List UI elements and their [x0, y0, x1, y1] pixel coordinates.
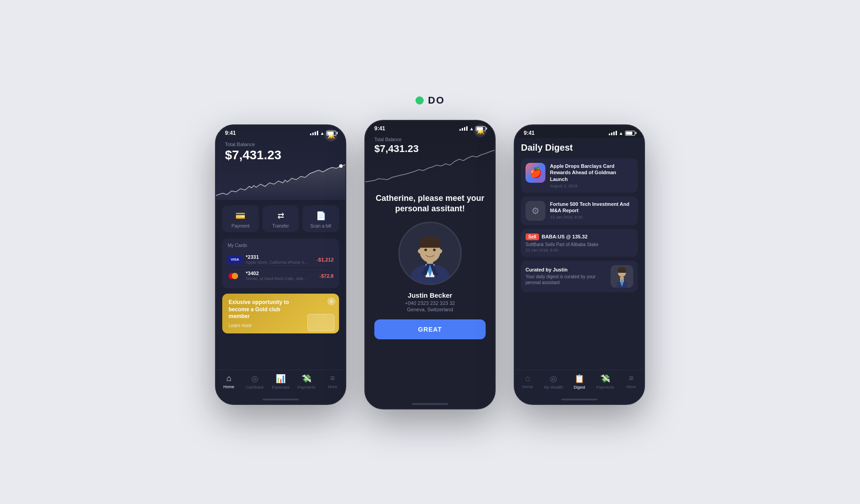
nav-payments-1[interactable]: 💸 Payments [294, 374, 320, 390]
wifi-icon-3: ▲ [619, 131, 623, 136]
sb2-3 [611, 133, 612, 135]
nav-cashback-label-1: Cashback [246, 385, 264, 390]
phones-container: 9:41 ▲ Total Balance [215, 120, 645, 409]
more-icon-1: ≡ [330, 374, 335, 383]
digest-title-2: Fortune 500 Tech Investment And M&A Repo… [550, 201, 633, 214]
nav-wealth-label-3: My Wealth [544, 385, 563, 390]
nav-more-3[interactable]: ≡ More [618, 374, 644, 390]
cashback-icon-1: ◎ [251, 374, 258, 384]
payment-label: Payment [232, 223, 249, 228]
digest-card-2[interactable]: ⚙ Fortune 500 Tech Investment And M&A Re… [521, 196, 638, 225]
balance-chart [216, 164, 345, 200]
signal-bar-4 [317, 131, 318, 135]
nav-cashback-1[interactable]: ◎ Cashback [242, 374, 268, 390]
great-button[interactable]: GREAT [374, 319, 486, 339]
sell-date: 23 Jan 2018, 8:30 [526, 248, 633, 252]
sell-header: Sell BABA:US @ 135.32 [526, 233, 633, 240]
battery-fill [327, 132, 334, 135]
gold-close-button[interactable]: ✕ [327, 297, 335, 305]
nav-expenses-1[interactable]: 📊 Expenses [268, 374, 293, 390]
svg-rect-19 [618, 270, 626, 273]
balance-label-1: Total Balance [225, 142, 336, 147]
time-3: 9:41 [524, 130, 535, 136]
digest-date-1: August 2, 2019 [550, 184, 633, 188]
scan-bill-button[interactable]: 📄 Scan a bill [302, 205, 339, 232]
card-info-2: *3402 Dinner, at Hard Rock Cafe, Jefe... [246, 271, 316, 281]
scan-label: Scan a bill [311, 223, 331, 228]
chart-area-1 [216, 164, 345, 200]
doc-icon: ⚙ [526, 201, 545, 221]
signal-icon-2 [459, 126, 468, 131]
assistant-location: Geneva, Switzerland [407, 307, 453, 312]
nav-more-label-1: More [328, 385, 337, 389]
assistant-greeting: Catherine, please meet your personal ass… [374, 193, 486, 214]
gold-banner: Exlusive opportunity to become a Gold cl… [222, 294, 339, 333]
payment-button[interactable]: 💳 Payment [222, 205, 259, 232]
phone2-body: Catherine, please meet your personal ass… [365, 184, 495, 399]
side-button-right [345, 175, 346, 200]
nav-home-3[interactable]: ⌂ Home [515, 374, 540, 390]
balance-label-2: Total Balance [374, 137, 486, 142]
transfer-button[interactable]: ⇄ Transfer [263, 205, 299, 232]
curated-content: Curated by Justin Your daily digest is c… [526, 267, 606, 285]
card-info-1: *2331 Apple Store, California iPhone X..… [246, 254, 313, 265]
home-icon-3: ⌂ [525, 374, 530, 383]
my-cards-section: My Cards VISA *2331 Apple Store, Califor… [222, 238, 339, 288]
signal-bar-2 [312, 133, 314, 135]
card-number-1: *2331 [246, 254, 313, 260]
svg-point-10 [425, 248, 427, 251]
payment-icon: 💳 [235, 211, 245, 221]
nav-payments-3[interactable]: 💸 Payments [592, 374, 618, 390]
digest-card-1[interactable]: 🍎 Apple Drops Barclays Card Rewards Ahea… [521, 158, 638, 193]
card-row-visa[interactable]: VISA *2331 Apple Store, California iPhon… [228, 252, 334, 267]
sell-card[interactable]: Sell BABA:US @ 135.32 SoftBank Sells Par… [521, 229, 638, 257]
visa-logo: VISA [228, 255, 242, 264]
apple-news-icon: 🍎 [526, 163, 545, 183]
battery-fill-2 [477, 127, 483, 130]
nav-home-1[interactable]: ⌂ Home [216, 374, 242, 390]
nav-more-label-3: More [626, 385, 636, 389]
page-header: DO [416, 95, 445, 106]
status-icons-3: ▲ [609, 131, 635, 136]
do-dot-icon [416, 96, 424, 105]
battery-icon-3 [625, 131, 635, 136]
balance-amount-1: $7,431.23 [225, 148, 336, 162]
curated-avatar [611, 265, 633, 288]
nav-more-1[interactable]: ≡ More [320, 374, 345, 390]
signal-bar-1 [310, 133, 311, 135]
digest-title-1: Apple Drops Barclays Card Rewards Ahead … [550, 163, 633, 182]
signal-icon-3 [609, 131, 617, 135]
nav-wealth-3[interactable]: ◎ My Wealth [540, 374, 566, 390]
nav-digest-3[interactable]: 📋 Digest [566, 374, 592, 390]
card-amount-2: -$72.8 [320, 273, 334, 279]
sb4 [466, 126, 468, 131]
payments-icon-1: 💸 [301, 374, 311, 384]
card-desc-2: Dinner, at Hard Rock Cafe, Jefe... [246, 276, 316, 281]
phone-2: 9:41 ▲ Total Balance [364, 120, 496, 409]
home-indicator-2 [365, 399, 495, 409]
home-indicator-1 [216, 395, 345, 404]
person-avatar-svg [400, 222, 460, 285]
payments-icon-3: 💸 [600, 374, 610, 384]
my-cards-title: My Cards [228, 243, 334, 248]
nav-payments-label-1: Payments [297, 385, 315, 390]
chart-area-2 [365, 148, 495, 184]
curated-title: Curated by Justin [526, 267, 606, 272]
assistant-name: Justin Becker [408, 291, 452, 299]
sell-badge: Sell [526, 233, 539, 240]
daily-digest-title: Daily Digest [521, 143, 638, 153]
digest-icon-3: 📋 [574, 374, 584, 384]
side-button-right-2 [495, 171, 496, 195]
nav-expenses-label-1: Expenses [272, 385, 290, 390]
side-button-left-3 [514, 171, 515, 184]
curated-card[interactable]: Curated by Justin Your daily digest is c… [521, 261, 638, 292]
balance-chart-2 [365, 148, 495, 184]
home-bar-2 [412, 403, 448, 405]
balance-area: Total Balance $7,431.23 [225, 142, 336, 162]
battery-fill-3 [626, 132, 632, 135]
card-row-mc[interactable]: *3402 Dinner, at Hard Rock Cafe, Jefe...… [228, 267, 334, 284]
apple-icon-bg: 🍎 [526, 163, 545, 183]
home-indicator-3 [515, 395, 644, 404]
gold-banner-text: Exlusive opportunity to become a Gold cl… [229, 299, 301, 320]
wealth-icon-3: ◎ [550, 374, 557, 384]
